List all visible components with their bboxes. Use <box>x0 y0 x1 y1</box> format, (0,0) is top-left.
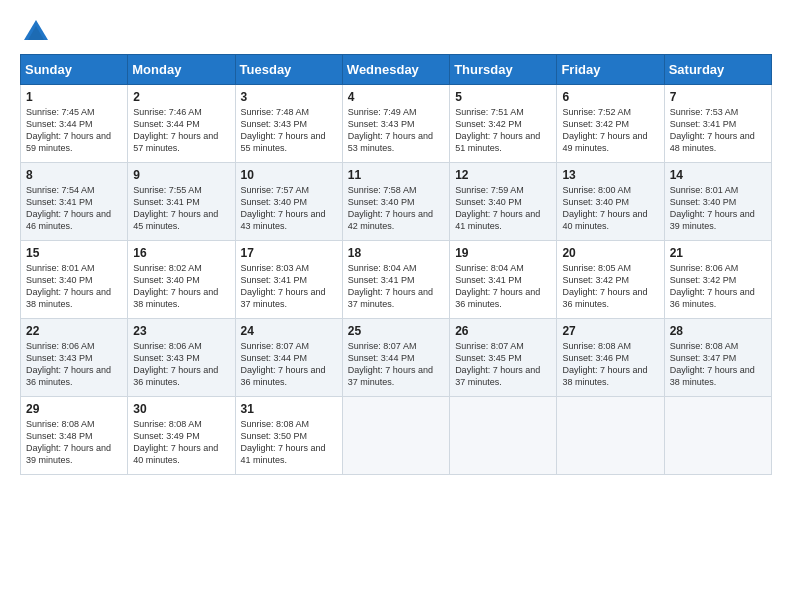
day-number: 14 <box>670 168 766 182</box>
weekday-wednesday: Wednesday <box>342 55 449 85</box>
day-detail: Sunrise: 8:01 AMSunset: 3:40 PMDaylight:… <box>670 185 755 231</box>
day-detail: Sunrise: 8:02 AMSunset: 3:40 PMDaylight:… <box>133 263 218 309</box>
calendar-cell: 29 Sunrise: 8:08 AMSunset: 3:48 PMDaylig… <box>21 397 128 475</box>
calendar-cell: 6 Sunrise: 7:52 AMSunset: 3:42 PMDayligh… <box>557 85 664 163</box>
day-detail: Sunrise: 7:51 AMSunset: 3:42 PMDaylight:… <box>455 107 540 153</box>
day-number: 25 <box>348 324 444 338</box>
calendar-cell <box>450 397 557 475</box>
calendar-week-4: 22 Sunrise: 8:06 AMSunset: 3:43 PMDaylig… <box>21 319 772 397</box>
weekday-saturday: Saturday <box>664 55 771 85</box>
day-number: 11 <box>348 168 444 182</box>
day-number: 15 <box>26 246 122 260</box>
day-number: 28 <box>670 324 766 338</box>
calendar-cell: 17 Sunrise: 8:03 AMSunset: 3:41 PMDaylig… <box>235 241 342 319</box>
day-number: 16 <box>133 246 229 260</box>
calendar-cell: 22 Sunrise: 8:06 AMSunset: 3:43 PMDaylig… <box>21 319 128 397</box>
calendar-cell: 9 Sunrise: 7:55 AMSunset: 3:41 PMDayligh… <box>128 163 235 241</box>
day-number: 4 <box>348 90 444 104</box>
day-number: 8 <box>26 168 122 182</box>
calendar-cell: 24 Sunrise: 8:07 AMSunset: 3:44 PMDaylig… <box>235 319 342 397</box>
calendar-cell: 14 Sunrise: 8:01 AMSunset: 3:40 PMDaylig… <box>664 163 771 241</box>
day-number: 19 <box>455 246 551 260</box>
weekday-tuesday: Tuesday <box>235 55 342 85</box>
day-number: 29 <box>26 402 122 416</box>
calendar-cell: 8 Sunrise: 7:54 AMSunset: 3:41 PMDayligh… <box>21 163 128 241</box>
calendar-cell: 23 Sunrise: 8:06 AMSunset: 3:43 PMDaylig… <box>128 319 235 397</box>
day-detail: Sunrise: 8:01 AMSunset: 3:40 PMDaylight:… <box>26 263 111 309</box>
calendar-cell: 25 Sunrise: 8:07 AMSunset: 3:44 PMDaylig… <box>342 319 449 397</box>
day-detail: Sunrise: 7:57 AMSunset: 3:40 PMDaylight:… <box>241 185 326 231</box>
calendar-table: SundayMondayTuesdayWednesdayThursdayFrid… <box>20 54 772 475</box>
day-number: 27 <box>562 324 658 338</box>
day-number: 10 <box>241 168 337 182</box>
day-number: 22 <box>26 324 122 338</box>
calendar-cell: 2 Sunrise: 7:46 AMSunset: 3:44 PMDayligh… <box>128 85 235 163</box>
calendar-cell: 19 Sunrise: 8:04 AMSunset: 3:41 PMDaylig… <box>450 241 557 319</box>
calendar-cell: 13 Sunrise: 8:00 AMSunset: 3:40 PMDaylig… <box>557 163 664 241</box>
day-detail: Sunrise: 8:08 AMSunset: 3:47 PMDaylight:… <box>670 341 755 387</box>
page: SundayMondayTuesdayWednesdayThursdayFrid… <box>0 0 792 612</box>
day-detail: Sunrise: 8:07 AMSunset: 3:44 PMDaylight:… <box>348 341 433 387</box>
day-detail: Sunrise: 7:48 AMSunset: 3:43 PMDaylight:… <box>241 107 326 153</box>
day-detail: Sunrise: 8:06 AMSunset: 3:43 PMDaylight:… <box>133 341 218 387</box>
day-number: 13 <box>562 168 658 182</box>
calendar-week-2: 8 Sunrise: 7:54 AMSunset: 3:41 PMDayligh… <box>21 163 772 241</box>
calendar-cell: 4 Sunrise: 7:49 AMSunset: 3:43 PMDayligh… <box>342 85 449 163</box>
weekday-header-row: SundayMondayTuesdayWednesdayThursdayFrid… <box>21 55 772 85</box>
day-detail: Sunrise: 7:45 AMSunset: 3:44 PMDaylight:… <box>26 107 111 153</box>
day-number: 24 <box>241 324 337 338</box>
day-number: 30 <box>133 402 229 416</box>
day-detail: Sunrise: 7:54 AMSunset: 3:41 PMDaylight:… <box>26 185 111 231</box>
calendar-cell: 1 Sunrise: 7:45 AMSunset: 3:44 PMDayligh… <box>21 85 128 163</box>
day-detail: Sunrise: 7:49 AMSunset: 3:43 PMDaylight:… <box>348 107 433 153</box>
day-detail: Sunrise: 8:08 AMSunset: 3:48 PMDaylight:… <box>26 419 111 465</box>
calendar-cell: 27 Sunrise: 8:08 AMSunset: 3:46 PMDaylig… <box>557 319 664 397</box>
day-number: 5 <box>455 90 551 104</box>
calendar-cell: 28 Sunrise: 8:08 AMSunset: 3:47 PMDaylig… <box>664 319 771 397</box>
calendar-cell: 5 Sunrise: 7:51 AMSunset: 3:42 PMDayligh… <box>450 85 557 163</box>
calendar-cell: 31 Sunrise: 8:08 AMSunset: 3:50 PMDaylig… <box>235 397 342 475</box>
day-detail: Sunrise: 8:06 AMSunset: 3:42 PMDaylight:… <box>670 263 755 309</box>
calendar-cell: 26 Sunrise: 8:07 AMSunset: 3:45 PMDaylig… <box>450 319 557 397</box>
day-detail: Sunrise: 8:00 AMSunset: 3:40 PMDaylight:… <box>562 185 647 231</box>
day-detail: Sunrise: 8:04 AMSunset: 3:41 PMDaylight:… <box>455 263 540 309</box>
day-number: 18 <box>348 246 444 260</box>
day-number: 12 <box>455 168 551 182</box>
day-detail: Sunrise: 7:46 AMSunset: 3:44 PMDaylight:… <box>133 107 218 153</box>
logo-icon <box>22 18 50 46</box>
calendar-cell: 11 Sunrise: 7:58 AMSunset: 3:40 PMDaylig… <box>342 163 449 241</box>
day-detail: Sunrise: 8:08 AMSunset: 3:49 PMDaylight:… <box>133 419 218 465</box>
day-number: 7 <box>670 90 766 104</box>
header-row <box>20 18 772 46</box>
day-number: 26 <box>455 324 551 338</box>
calendar-cell: 10 Sunrise: 7:57 AMSunset: 3:40 PMDaylig… <box>235 163 342 241</box>
day-detail: Sunrise: 8:08 AMSunset: 3:50 PMDaylight:… <box>241 419 326 465</box>
day-number: 2 <box>133 90 229 104</box>
calendar-cell: 16 Sunrise: 8:02 AMSunset: 3:40 PMDaylig… <box>128 241 235 319</box>
weekday-friday: Friday <box>557 55 664 85</box>
calendar-cell: 30 Sunrise: 8:08 AMSunset: 3:49 PMDaylig… <box>128 397 235 475</box>
calendar-week-1: 1 Sunrise: 7:45 AMSunset: 3:44 PMDayligh… <box>21 85 772 163</box>
calendar-cell: 21 Sunrise: 8:06 AMSunset: 3:42 PMDaylig… <box>664 241 771 319</box>
day-detail: Sunrise: 7:59 AMSunset: 3:40 PMDaylight:… <box>455 185 540 231</box>
day-detail: Sunrise: 7:53 AMSunset: 3:41 PMDaylight:… <box>670 107 755 153</box>
weekday-sunday: Sunday <box>21 55 128 85</box>
weekday-thursday: Thursday <box>450 55 557 85</box>
day-number: 31 <box>241 402 337 416</box>
day-detail: Sunrise: 7:58 AMSunset: 3:40 PMDaylight:… <box>348 185 433 231</box>
day-number: 20 <box>562 246 658 260</box>
day-detail: Sunrise: 7:55 AMSunset: 3:41 PMDaylight:… <box>133 185 218 231</box>
day-detail: Sunrise: 8:07 AMSunset: 3:45 PMDaylight:… <box>455 341 540 387</box>
day-detail: Sunrise: 8:05 AMSunset: 3:42 PMDaylight:… <box>562 263 647 309</box>
day-detail: Sunrise: 8:08 AMSunset: 3:46 PMDaylight:… <box>562 341 647 387</box>
day-number: 1 <box>26 90 122 104</box>
day-detail: Sunrise: 8:06 AMSunset: 3:43 PMDaylight:… <box>26 341 111 387</box>
calendar-cell <box>557 397 664 475</box>
weekday-monday: Monday <box>128 55 235 85</box>
day-number: 3 <box>241 90 337 104</box>
day-number: 21 <box>670 246 766 260</box>
day-detail: Sunrise: 7:52 AMSunset: 3:42 PMDaylight:… <box>562 107 647 153</box>
calendar-cell: 15 Sunrise: 8:01 AMSunset: 3:40 PMDaylig… <box>21 241 128 319</box>
calendar-week-5: 29 Sunrise: 8:08 AMSunset: 3:48 PMDaylig… <box>21 397 772 475</box>
day-number: 6 <box>562 90 658 104</box>
